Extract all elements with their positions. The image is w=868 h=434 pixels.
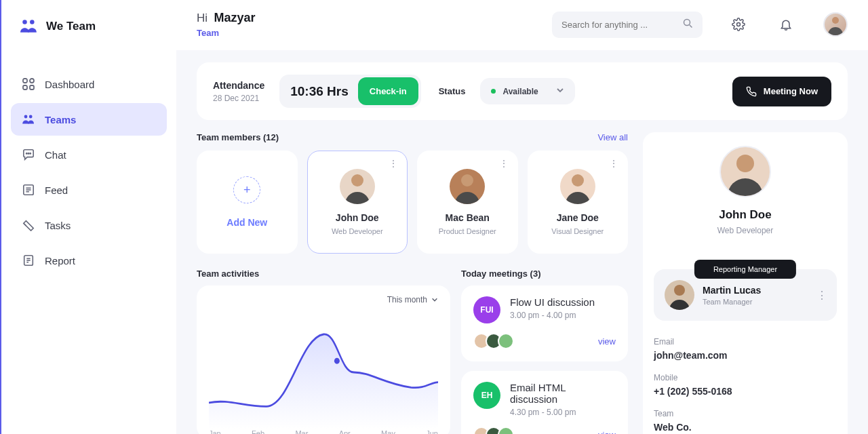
- avatar: [560, 169, 595, 204]
- avatar: [498, 427, 514, 434]
- settings-button[interactable]: [727, 13, 750, 36]
- activities-chart-card: This month: [197, 285, 450, 434]
- meeting-time: 4.30 pm - 5.00 pm: [510, 408, 616, 417]
- detail-name: John Doe: [719, 208, 771, 222]
- attendees: [473, 333, 514, 349]
- attendance-bar: Attendance 28 Dec 2021 10:36 Hrs Check-i…: [197, 62, 848, 120]
- period-dropdown[interactable]: This month: [387, 295, 438, 304]
- meetings-title: Today meetings (3): [461, 269, 541, 279]
- svg-rect-2: [23, 79, 27, 83]
- meeting-view-link[interactable]: view: [598, 430, 616, 435]
- user-avatar[interactable]: [823, 12, 848, 37]
- info-value: +1 (202) 555-0168: [654, 386, 837, 397]
- svg-point-19: [684, 19, 690, 25]
- avatar: [340, 169, 375, 204]
- add-member-card[interactable]: + Add New: [197, 151, 298, 254]
- svg-point-6: [24, 115, 28, 119]
- notifications-button[interactable]: [774, 13, 797, 36]
- attendance-date: 28 Dec 2021: [213, 94, 264, 103]
- sidebar-item-chat[interactable]: Chat: [11, 138, 167, 171]
- svg-rect-3: [30, 79, 34, 83]
- greeting-subtitle: Team: [197, 28, 256, 38]
- user-name: Mazyar: [214, 11, 256, 24]
- dashboard-icon: [22, 77, 35, 91]
- member-card[interactable]: ⋮ Jane Doe Visual Designer: [528, 151, 629, 254]
- meeting-view-link[interactable]: view: [598, 336, 616, 347]
- search-input[interactable]: [561, 20, 683, 30]
- svg-point-0: [22, 20, 27, 24]
- chevron-down-icon: [431, 296, 438, 303]
- member-name: John Doe: [336, 212, 379, 223]
- sidebar-item-feed[interactable]: Feed: [11, 174, 167, 206]
- gear-icon: [732, 18, 745, 31]
- sidebar: We Team Dashboard Teams Chat Feed Tasks: [1, 0, 176, 434]
- svg-point-22: [334, 358, 340, 364]
- member-name: Mac Bean: [446, 212, 490, 223]
- search-icon: [683, 18, 693, 31]
- manager-name: Martin Lucas: [703, 285, 761, 296]
- nav: Dashboard Teams Chat Feed Tasks Report: [11, 68, 167, 277]
- nav-label: Tasks: [45, 220, 71, 231]
- meeting-now-label: Meeting Now: [764, 86, 818, 96]
- more-icon[interactable]: ⋮: [816, 289, 827, 302]
- teams-icon: [22, 113, 35, 126]
- members-title: Team members (12): [197, 132, 279, 142]
- nav-label: Chat: [45, 149, 66, 161]
- period-label: This month: [387, 295, 427, 304]
- timer-wrap: 10:36 Hrs Check-in: [279, 75, 420, 108]
- activities-chart: [209, 315, 438, 429]
- status-value: Available: [502, 87, 538, 96]
- sidebar-item-teams[interactable]: Teams: [11, 103, 167, 136]
- chart-x-labels: Jan Feb Mar Apr May Jun: [209, 429, 438, 434]
- svg-rect-5: [30, 85, 34, 90]
- meeting-card[interactable]: EH Email HTML discussion 4.30 pm - 5.00 …: [461, 371, 628, 434]
- svg-point-7: [29, 115, 33, 119]
- more-icon[interactable]: ⋮: [499, 158, 509, 169]
- nav-label: Report: [45, 255, 75, 267]
- manager-role: Team Manager: [703, 298, 761, 306]
- nav-label: Teams: [45, 114, 76, 125]
- reporting-manager-tag: Reporting Manager: [694, 260, 796, 279]
- meeting-card[interactable]: FUI Flow UI discussion 3.00 pm - 4.00 pm: [461, 285, 628, 361]
- info-label: Mobile: [654, 373, 837, 382]
- sidebar-item-tasks[interactable]: Tasks: [11, 209, 167, 241]
- nav-label: Dashboard: [45, 79, 94, 90]
- member-name: Jane Doe: [557, 212, 599, 223]
- sidebar-item-report[interactable]: Report: [11, 244, 167, 277]
- bell-icon: [779, 18, 793, 31]
- svg-rect-4: [23, 85, 27, 90]
- chevron-down-icon: [556, 86, 564, 96]
- nav-label: Feed: [45, 184, 68, 196]
- report-icon: [22, 254, 35, 267]
- more-icon[interactable]: ⋮: [609, 158, 619, 169]
- member-card[interactable]: ⋮ John Doe Web Developer: [307, 151, 408, 254]
- svg-line-20: [690, 24, 692, 27]
- search-box[interactable]: [552, 12, 703, 38]
- more-icon[interactable]: ⋮: [389, 158, 399, 169]
- member-role: Web Developer: [332, 227, 383, 235]
- svg-point-10: [30, 153, 31, 153]
- brand[interactable]: We Team: [11, 19, 167, 52]
- meeting-time: 3.00 pm - 4.00 pm: [510, 311, 595, 320]
- status-dropdown[interactable]: Available: [480, 78, 574, 104]
- attendees: [473, 427, 514, 434]
- main: Hi Mazyar Team Attendance 28 Dec 2021 10…: [176, 0, 868, 434]
- meeting-title: Email HTML discussion: [510, 382, 616, 405]
- activities-title: Team activities: [197, 269, 259, 279]
- member-role: Visual Designer: [551, 227, 604, 235]
- avatar: [450, 169, 485, 204]
- status-label: Status: [439, 86, 466, 96]
- meeting-now-button[interactable]: Meeting Now: [732, 77, 831, 106]
- sidebar-item-dashboard[interactable]: Dashboard: [11, 68, 167, 100]
- member-role: Product Designer: [439, 227, 496, 235]
- detail-avatar: [719, 146, 771, 197]
- info-label: Team: [654, 409, 837, 418]
- checkin-button[interactable]: Check-in: [358, 77, 418, 105]
- detail-role: Web Developer: [717, 226, 774, 235]
- topbar: Hi Mazyar Team: [176, 0, 868, 50]
- svg-point-8: [26, 153, 27, 153]
- member-card[interactable]: ⋮ Mac Bean Product Designer: [417, 151, 518, 254]
- members-viewall[interactable]: View all: [597, 132, 628, 142]
- phone-icon: [746, 86, 757, 97]
- plus-icon: +: [233, 176, 260, 203]
